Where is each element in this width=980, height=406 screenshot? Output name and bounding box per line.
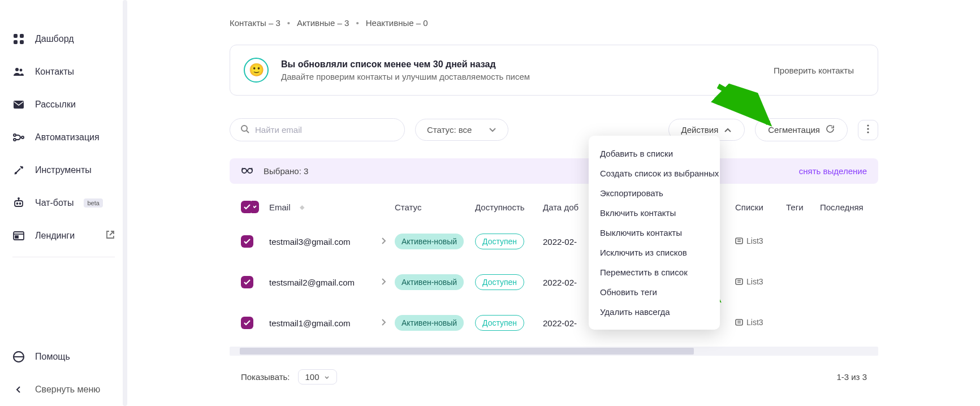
- svg-point-20: [867, 124, 869, 126]
- check-contacts-button[interactable]: Проверить контакты: [763, 60, 864, 81]
- sidebar-item-label: Лендинги: [35, 231, 75, 241]
- date-cell: 2022-02-: [543, 278, 577, 287]
- col-last[interactable]: Последняя: [820, 202, 864, 212]
- chevron-right-icon[interactable]: [381, 278, 387, 287]
- dropdown-item[interactable]: Создать список из выбранных: [589, 163, 720, 183]
- col-email[interactable]: Email: [269, 202, 291, 212]
- dashboard-icon: [12, 33, 25, 45]
- landing-icon: [12, 230, 25, 242]
- table-row[interactable]: testmail1@gmail.com Активен-новый Доступ…: [230, 303, 878, 343]
- breadcrumb: Контакты – 3 • Активные – 3 • Неактивные…: [230, 18, 878, 28]
- horizontal-scrollbar[interactable]: [230, 347, 878, 356]
- notice-card: 🙂 Вы обновляли список менее чем 30 дней …: [230, 45, 878, 96]
- table-header: Email◆ Статус Доступность Дата доб Списк…: [230, 193, 878, 221]
- notice-subtitle: Давайте проверим контакты и улучшим дост…: [281, 72, 751, 81]
- chevron-down-icon: [489, 125, 497, 135]
- sidebar-item-landings[interactable]: Лендинги: [0, 219, 127, 252]
- dropdown-item[interactable]: Удалить навсегда: [589, 302, 720, 322]
- sidebar: Дашборд Контакты Рассылки Автоматизация …: [0, 0, 128, 406]
- dropdown-item[interactable]: Обновить теги: [589, 282, 720, 302]
- per-page-select[interactable]: 100: [298, 369, 337, 385]
- nav-separator: [12, 257, 115, 257]
- sidebar-item-label: Помощь: [35, 352, 70, 362]
- checkbox[interactable]: [241, 317, 253, 329]
- sidebar-item-dashboard[interactable]: Дашборд: [0, 23, 127, 55]
- date-cell: 2022-02-: [543, 318, 577, 328]
- sidebar-item-campaigns[interactable]: Рассылки: [0, 88, 127, 121]
- breadcrumb-item[interactable]: Активные – 3: [297, 18, 349, 28]
- svg-point-7: [14, 134, 16, 136]
- email-cell: testmail3@gmail.com: [269, 237, 351, 247]
- svg-rect-0: [14, 34, 18, 38]
- list-chip[interactable]: List3: [735, 277, 763, 286]
- breadcrumb-item[interactable]: Неактивные – 0: [366, 18, 428, 28]
- status-badge: Активен-новый: [395, 234, 464, 249]
- chevron-right-icon[interactable]: [381, 318, 387, 328]
- svg-point-22: [867, 131, 869, 133]
- svg-rect-2: [14, 40, 18, 44]
- status-filter[interactable]: Статус: все: [415, 119, 508, 141]
- external-link-icon: [106, 230, 115, 241]
- mail-icon: [12, 98, 25, 111]
- email-cell: testsmail2@gmail.com: [269, 278, 355, 287]
- dropdown-item[interactable]: Экспортировать: [589, 183, 720, 203]
- search-input-wrap[interactable]: [230, 118, 405, 141]
- sidebar-item-help[interactable]: Помощь: [0, 340, 127, 373]
- table-row[interactable]: testmail3@gmail.com Активен-новый Доступ…: [230, 221, 878, 262]
- svg-rect-3: [20, 40, 24, 44]
- notice-emoji-icon: 🙂: [244, 58, 269, 83]
- checkbox-all[interactable]: [241, 201, 253, 213]
- sidebar-item-label: Контакты: [35, 67, 74, 77]
- sidebar-item-tools[interactable]: Инструменты: [0, 154, 127, 187]
- svg-point-19: [241, 126, 247, 131]
- sidebar-item-automation[interactable]: Автоматизация: [0, 121, 127, 154]
- checkbox[interactable]: [241, 276, 253, 288]
- dropdown-item[interactable]: Включить контакты: [589, 203, 720, 223]
- breadcrumb-item[interactable]: Контакты – 3: [230, 18, 280, 28]
- sidebar-item-label: Рассылки: [35, 100, 76, 110]
- col-tags[interactable]: Теги: [786, 202, 804, 212]
- table-row[interactable]: testsmail2@gmail.com Активен-новый Досту…: [230, 262, 878, 303]
- chevron-right-icon[interactable]: [381, 237, 387, 247]
- dropdown-item[interactable]: Переместить в список: [589, 262, 720, 282]
- col-lists[interactable]: Списки: [735, 202, 763, 212]
- search-input[interactable]: [255, 125, 394, 135]
- availability-badge: Доступен: [475, 315, 524, 331]
- chevron-up-icon: [724, 125, 732, 135]
- svg-rect-26: [736, 279, 742, 284]
- svg-point-9: [21, 136, 24, 139]
- segmentation-button[interactable]: Сегментация: [755, 118, 848, 141]
- sidebar-item-label: Инструменты: [35, 165, 92, 175]
- svg-point-14: [20, 203, 21, 204]
- glasses-icon: [241, 166, 253, 176]
- breadcrumb-sep: •: [287, 18, 290, 28]
- dropdown-item[interactable]: Исключить из списков: [589, 243, 720, 262]
- clear-selection-link[interactable]: снять выделение: [799, 166, 867, 176]
- col-status[interactable]: Статус: [395, 202, 421, 212]
- beta-badge: beta: [84, 198, 102, 208]
- svg-point-11: [21, 167, 23, 168]
- scrollbar-thumb[interactable]: [240, 348, 694, 355]
- sidebar-item-label: Свернуть меню: [35, 385, 100, 395]
- list-chip[interactable]: List3: [735, 236, 763, 245]
- date-cell: 2022-02-: [543, 237, 577, 247]
- list-chip[interactable]: List3: [735, 318, 763, 327]
- checkbox[interactable]: [241, 235, 253, 248]
- dropdown-item[interactable]: Выключить контакты: [589, 223, 720, 243]
- email-cell: testmail1@gmail.com: [269, 318, 351, 328]
- sidebar-item-contacts[interactable]: Контакты: [0, 55, 127, 88]
- svg-point-21: [867, 128, 869, 129]
- notice-title: Вы обновляли список менее чем 30 дней на…: [281, 59, 751, 70]
- col-availability[interactable]: Доступность: [475, 202, 525, 212]
- dropdown-item[interactable]: Добавить в списки: [589, 144, 720, 163]
- table-footer: Показывать: 100 1-3 из 3: [230, 356, 878, 385]
- actions-label: Действия: [681, 125, 719, 135]
- sidebar-item-collapse[interactable]: Свернуть меню: [0, 373, 127, 406]
- availability-badge: Доступен: [475, 274, 524, 290]
- status-badge: Активен-новый: [395, 315, 464, 331]
- col-date[interactable]: Дата доб: [543, 202, 578, 212]
- svg-point-8: [14, 139, 16, 141]
- more-options-button[interactable]: [858, 120, 878, 140]
- sidebar-item-chatbots[interactable]: Чат-боты beta: [0, 187, 127, 219]
- svg-rect-27: [736, 319, 742, 325]
